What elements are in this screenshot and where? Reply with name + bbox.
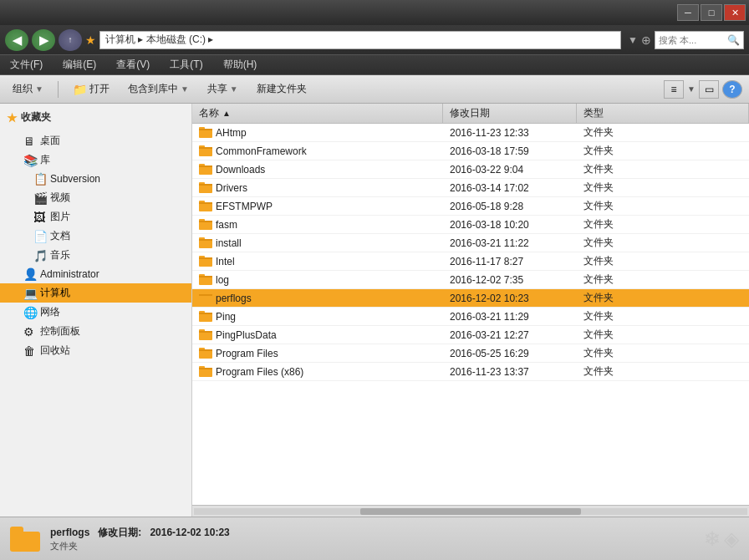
search-box[interactable]: 🔍: [655, 31, 744, 49]
sidebar-item-computer[interactable]: 💻 计算机: [0, 283, 191, 303]
address-dropdown-icon[interactable]: ▼: [628, 34, 638, 46]
search-input[interactable]: [659, 35, 726, 45]
file-date: 2016-12-02 7:35: [443, 271, 577, 288]
col-header-date[interactable]: 修改日期: [443, 104, 577, 123]
address-path[interactable]: 计算机 ▸ 本地磁盘 (C:) ▸: [99, 31, 621, 49]
trash-label: 回收站: [40, 344, 70, 358]
maximize-button[interactable]: □: [701, 4, 722, 21]
up-button[interactable]: ↑: [59, 29, 82, 51]
address-extra-icon[interactable]: ⊕: [641, 33, 651, 47]
sidebar-item-subversion[interactable]: 📋 Subversion: [0, 170, 191, 188]
table-row[interactable]: Ping2016-03-21 11:29文件夹: [192, 308, 749, 326]
sidebar-item-control[interactable]: ⚙ 控制面板: [0, 322, 191, 341]
help-icon: ?: [729, 84, 735, 95]
view-dropdown[interactable]: ▼: [687, 84, 696, 94]
forward-button[interactable]: ▶: [32, 29, 55, 51]
file-date: 2016-03-21 12:27: [443, 326, 577, 344]
file-name: AHtmp: [216, 127, 247, 139]
file-name: fasm: [216, 219, 237, 231]
file-date: 2016-11-17 8:27: [443, 252, 577, 270]
file-name-cell: perflogs: [192, 289, 443, 307]
menu-file[interactable]: 文件(F): [7, 56, 46, 74]
admin-label: Administrator: [40, 268, 99, 280]
sidebar-item-video[interactable]: 🎬 视频: [0, 188, 191, 207]
table-row[interactable]: perflogs2016-12-02 10:23文件夹: [192, 289, 749, 308]
favorites-section: ★ 收藏夹: [0, 107, 191, 128]
file-name-cell: log: [192, 271, 443, 288]
table-row[interactable]: Drivers2016-03-14 17:02文件夹: [192, 179, 749, 197]
menu-view[interactable]: 查看(V): [113, 56, 153, 74]
sidebar-item-image[interactable]: 🖼 图片: [0, 207, 191, 227]
hscroll-thumb[interactable]: [360, 508, 582, 515]
back-button[interactable]: ◀: [5, 29, 28, 51]
open-button[interactable]: 📁 打开: [67, 79, 115, 99]
file-name: PingPlusData: [216, 329, 277, 341]
music-icon: 🎵: [33, 249, 47, 262]
table-row[interactable]: EFSTMPWP2016-05-18 9:28文件夹: [192, 197, 749, 216]
table-row[interactable]: fasm2016-03-18 10:20文件夹: [192, 216, 749, 234]
file-name: perflogs: [216, 293, 252, 304]
file-date: 2016-03-22 9:04: [443, 160, 577, 178]
sidebar-item-administrator[interactable]: 👤 Administrator: [0, 265, 191, 283]
view-mode-button[interactable]: ≡: [664, 80, 684, 99]
file-name: CommonFramework: [216, 145, 307, 157]
svg-rect-38: [199, 349, 212, 351]
file-type: 文件夹: [577, 271, 749, 288]
close-button[interactable]: ✕: [724, 4, 746, 21]
toolbar-right: ≡ ▼ ▭ ?: [664, 80, 742, 99]
file-type: 文件夹: [577, 142, 749, 160]
logo-icon2: ◈: [724, 527, 739, 551]
control-icon: ⚙: [23, 325, 37, 339]
pane-button[interactable]: ▭: [699, 80, 719, 99]
view-icon: ≡: [671, 84, 677, 95]
file-name-cell: fasm: [192, 216, 443, 233]
file-type: 文件夹: [577, 234, 749, 252]
file-rows: AHtmp2016-11-23 12:33文件夹 CommonFramework…: [192, 124, 749, 505]
table-row[interactable]: CommonFramework2016-03-18 17:59文件夹: [192, 142, 749, 160]
status-type: 文件夹: [50, 540, 694, 552]
favorites-label: 收藏夹: [21, 110, 51, 125]
new-folder-label: 新建文件夹: [257, 82, 307, 96]
file-date: 2016-12-02 10:23: [443, 289, 577, 307]
horizontal-scrollbar[interactable]: [192, 505, 749, 517]
open-folder-icon: 📁: [73, 83, 87, 96]
table-row[interactable]: log2016-12-02 7:35文件夹: [192, 271, 749, 289]
file-type: 文件夹: [577, 289, 749, 307]
share-button[interactable]: 共享 ▼: [201, 79, 244, 99]
include-button[interactable]: 包含到库中 ▼: [122, 79, 195, 99]
table-row[interactable]: Downloads2016-03-22 9:04文件夹: [192, 160, 749, 179]
table-row[interactable]: Program Files (x86)2016-11-23 13:37文件夹: [192, 363, 749, 381]
table-row[interactable]: PingPlusData2016-03-21 12:27文件夹: [192, 326, 749, 344]
sidebar-item-trash[interactable]: 🗑 回收站: [0, 341, 191, 360]
organize-button[interactable]: 组织 ▼: [7, 79, 49, 99]
logo-icon: ❄: [704, 527, 721, 551]
col-header-type[interactable]: 类型: [577, 104, 749, 123]
include-arrow: ▼: [181, 84, 189, 94]
menu-edit[interactable]: 编辑(E): [59, 56, 99, 74]
library-icon: 📚: [23, 154, 37, 167]
menu-tools[interactable]: 工具(T): [166, 56, 206, 74]
svg-rect-27: [199, 295, 212, 303]
menu-help[interactable]: 帮助(H): [220, 56, 261, 74]
svg-rect-0: [199, 130, 212, 138]
sidebar-item-document[interactable]: 📄 文档: [0, 227, 191, 246]
trash-icon: 🗑: [23, 344, 37, 358]
svg-rect-29: [199, 294, 212, 296]
sidebar-item-library[interactable]: 📚 库: [0, 150, 191, 170]
table-row[interactable]: AHtmp2016-11-23 12:33文件夹: [192, 124, 749, 142]
new-folder-button[interactable]: 新建文件夹: [251, 79, 313, 99]
svg-rect-2: [199, 129, 212, 130]
col-header-name[interactable]: 名称 ▲: [192, 104, 443, 123]
search-button[interactable]: 🔍: [727, 34, 740, 46]
sidebar-item-network[interactable]: 🌐 网络: [0, 303, 191, 322]
svg-rect-20: [199, 239, 212, 241]
sidebar-item-desktop[interactable]: 🖥 桌面: [0, 131, 191, 150]
file-date: 2016-03-18 10:20: [443, 216, 577, 233]
file-name-cell: CommonFramework: [192, 142, 443, 160]
table-row[interactable]: Program Files2016-05-25 16:29文件夹: [192, 344, 749, 363]
help-button[interactable]: ?: [722, 80, 742, 99]
table-row[interactable]: Intel2016-11-17 8:27文件夹: [192, 252, 749, 271]
minimize-button[interactable]: ─: [677, 4, 699, 21]
sidebar-item-music[interactable]: 🎵 音乐: [0, 246, 191, 265]
table-row[interactable]: install2016-03-21 11:22文件夹: [192, 234, 749, 252]
